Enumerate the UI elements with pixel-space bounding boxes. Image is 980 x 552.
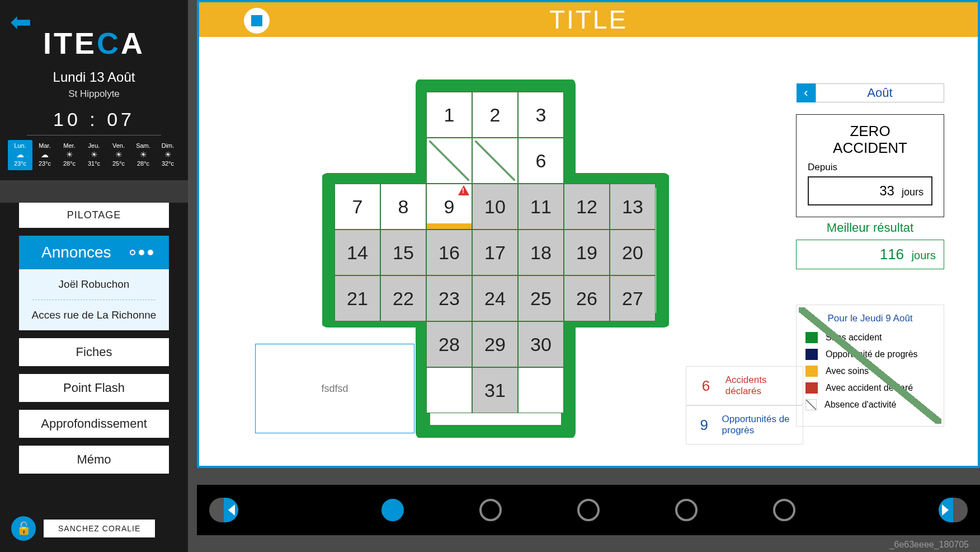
pager-next[interactable] [939,498,968,522]
calendar-cell-4-5[interactable]: 26 [564,275,610,321]
nav-annonces-block: Annonces Joël Robuchon Acces rue de La R… [19,236,169,330]
nav-fiches[interactable]: Fiches [19,338,169,366]
annonce-item-1[interactable]: Joël Robuchon [19,269,169,300]
calendar-cell-4-6[interactable]: 27 [610,275,656,321]
stat-accidents-label: Accidents déclarés [725,375,793,397]
calendar-cell-2-2[interactable]: 9 [426,184,472,230]
user-row: 🔓 SANCHEZ CORALIE [0,516,188,541]
calendar-cell-2-1[interactable]: 8 [380,184,426,230]
pager-prev[interactable] [209,498,238,522]
alert-icon [458,185,469,195]
pager-next-grey-icon [953,498,968,522]
calendar-cell-5-2[interactable]: 28 [426,321,472,367]
sidebar-nav: PILOTAGE Annonces Joël Robuchon Acces ru… [0,203,188,474]
nav-memo[interactable]: Mémo [19,446,169,474]
best-label: Meilleur résultat [796,221,944,235]
calendar-cell-3-4[interactable]: 18 [518,230,564,275]
weather-day-5[interactable]: Sam.☀28°c [131,140,156,170]
calendar-cell-1-4[interactable]: 6 [518,138,564,184]
stop-icon [251,15,262,26]
date-sub: St Hippolyte [0,88,188,100]
pager-next-blue-icon [939,498,953,522]
weather-day-1[interactable]: Mar.☁23°c [32,140,57,170]
zero-title-2: ACCIDENT [808,139,932,156]
calendar-cell-4-4[interactable]: 25 [518,275,564,321]
month-prev-button[interactable]: ‹ [797,83,816,102]
calendar-cell-0-4[interactable]: 3 [518,92,564,138]
main-panel: TITLE 1236789101112131415161718192021222… [197,0,980,468]
nav-annonces[interactable]: Annonces [19,236,169,269]
back-arrow-icon[interactable]: ⬅ [10,7,32,37]
calendar-cell-3-3[interactable]: 17 [472,230,518,275]
calendar-cell-3-2[interactable]: 16 [426,230,472,275]
zero-count-value: 33 [879,183,894,198]
sidebar-separator [0,180,188,203]
stop-button[interactable] [244,8,270,34]
month-label[interactable]: Août [816,83,944,102]
zero-count: 33 jours [808,176,932,205]
annonces-body: Joël Robuchon Acces rue de La Richonne [19,269,169,330]
calendar-cell-2-3[interactable]: 10 [472,184,518,230]
calendar-cell-6-4[interactable] [518,367,564,413]
calendar-cell-1-2[interactable] [426,138,472,184]
best-value: 116 [880,246,904,263]
calendar-cell-6-2[interactable] [426,367,472,413]
pager-dot-0[interactable] [381,499,404,521]
nav-pilotage[interactable]: PILOTAGE [19,203,169,228]
weather-day-2[interactable]: Mer.☀28°c [57,140,82,170]
calendar-cell-3-0[interactable]: 14 [334,230,380,275]
stat-opps-value: 9 [696,417,712,434]
status-bar-orange [427,223,472,229]
pager-dot-3[interactable] [675,499,698,521]
user-chip[interactable]: SANCHEZ CORALIE [44,520,155,537]
calendar-cell-4-3[interactable]: 24 [472,275,518,321]
stat-accidents-value: 6 [696,377,715,395]
pager-dot-1[interactable] [479,499,502,521]
weather-day-0[interactable]: Lun.☁23°c [8,140,32,170]
pager-dot-4[interactable] [773,499,795,521]
calendar-cell-2-4[interactable]: 11 [518,184,564,230]
clock: 10 : 07 [27,109,161,135]
date-main: Lundi 13 Août [0,69,188,85]
calendar-cell-2-0[interactable]: 7 [334,184,380,230]
zero-count-unit: jours [902,186,924,198]
stat-opps-label: Opportunités de progrès [722,414,793,436]
calendar-cell-5-4[interactable]: 30 [518,321,564,367]
pager-dot-2[interactable] [577,499,600,521]
unlock-icon[interactable]: 🔓 [11,516,36,541]
calendar-cell-4-0[interactable]: 21 [334,275,380,321]
zero-title-1: ZERO [808,123,932,139]
calendar-cell-6-3[interactable]: 31 [472,367,518,413]
nav-approfondissement[interactable]: Approfondissement [19,410,169,438]
nav-point-flash[interactable]: Point Flash [19,374,169,402]
calendar-cell-2-5[interactable]: 12 [564,184,610,230]
note-box[interactable]: fsdfsd [255,344,414,433]
legend-abs: Absence d'activité [805,399,935,410]
calendar-cell-0-3[interactable]: 2 [472,92,518,138]
calendar-cell-2-6[interactable]: 13 [610,184,656,230]
weather-row: Lun.☁23°cMar.☁23°cMer.☀28°cJeu.☀31°cVen.… [0,140,188,170]
calendar-cell-0-2[interactable]: 1 [426,92,472,138]
calendar-cell-3-5[interactable]: 19 [564,230,610,275]
weather-day-4[interactable]: Ven.☀25°c [106,140,131,170]
nav-annonces-label: Annonces [41,244,111,261]
weather-day-3[interactable]: Jeu.☀31°c [82,140,106,170]
stat-accidents: 6 Accidents déclarés [686,366,803,405]
stat-opportunites: 9 Opportunités de progrès [686,405,803,445]
calendar-cell-3-1[interactable]: 15 [380,230,426,275]
annonce-item-2[interactable]: Acces rue de La Richonne [19,300,169,330]
carousel-dots-icon [130,250,153,255]
calendar-cell-4-2[interactable]: 23 [426,275,472,321]
title-bar: TITLE [199,2,978,37]
zero-accident-box: ZERO ACCIDENT Depuis 33 jours [796,114,944,217]
best-result-box: Meilleur résultat 116 jours [796,221,944,269]
calendar-cell-5-3[interactable]: 29 [472,321,518,367]
calendar-cell-1-3[interactable] [472,138,518,184]
weather-day-6[interactable]: Dim.☀32°c [156,140,180,170]
calendar-cell-4-1[interactable]: 22 [380,275,426,321]
pager-dots [381,499,795,521]
month-nav: ‹ Août [797,83,944,102]
best-unit: jours [912,249,936,261]
pager-prev-blue-icon [224,498,238,522]
calendar-cell-3-6[interactable]: 20 [610,230,656,275]
